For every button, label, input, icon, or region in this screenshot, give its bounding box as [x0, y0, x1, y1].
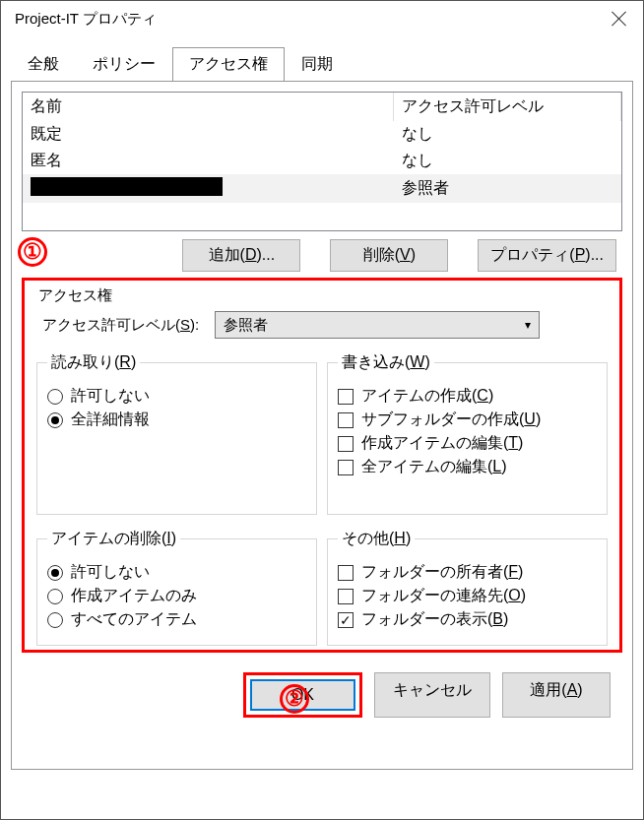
- write-create-items[interactable]: アイテムの作成(C): [338, 386, 597, 407]
- option-label: 全アイテムの編集(L): [361, 457, 507, 477]
- table-row[interactable]: 参照者: [23, 174, 621, 203]
- option-label: 全詳細情報: [71, 410, 150, 430]
- tab-policy[interactable]: ポリシー: [76, 47, 172, 82]
- tab-strip: 全般 ポリシー アクセス権 同期: [1, 34, 643, 81]
- delete-legend: アイテムの削除(I): [47, 529, 180, 549]
- option-label: フォルダーの連絡先(O): [361, 586, 526, 606]
- permission-level-label: アクセス許可レベル(S):: [42, 316, 199, 335]
- tab-permissions[interactable]: アクセス権: [172, 47, 285, 82]
- radio-icon: [47, 589, 63, 604]
- option-label: すべてのアイテム: [71, 609, 197, 630]
- checkbox-icon: [338, 436, 354, 452]
- cell-level: なし: [394, 148, 621, 174]
- close-icon[interactable]: [610, 9, 629, 29]
- read-legend: 読み取り(R): [47, 352, 140, 373]
- permissions-table[interactable]: 名前 アクセス許可レベル 既定 なし 匿名 なし 参照者: [22, 92, 622, 231]
- checkbox-icon: [338, 460, 354, 475]
- table-row[interactable]: 既定 なし: [23, 121, 621, 148]
- annotation-1: ①: [18, 237, 47, 267]
- permissions-group-label: アクセス権: [38, 286, 612, 305]
- other-folder-visible[interactable]: ✓ フォルダーの表示(B): [338, 609, 597, 630]
- highlighted-permissions-area: アクセス権 アクセス許可レベル(S): 参照者 ▾ 読み取り(R) 許可しない: [22, 278, 622, 653]
- write-edit-all[interactable]: 全アイテムの編集(L): [338, 457, 597, 477]
- permission-level-value: 参照者: [224, 316, 268, 335]
- col-level[interactable]: アクセス許可レベル: [394, 93, 621, 121]
- checkbox-icon: [338, 565, 354, 581]
- option-label: フォルダーの所有者(F): [361, 562, 523, 583]
- cell-level: 参照者: [394, 174, 621, 203]
- chevron-down-icon: ▾: [525, 319, 531, 331]
- delete-option-none[interactable]: 許可しない: [47, 562, 306, 583]
- window-title: Project-IT プロパティ: [15, 10, 157, 29]
- table-row[interactable]: 匿名 なし: [23, 148, 621, 174]
- radio-icon: [47, 565, 63, 581]
- other-folder-contact[interactable]: フォルダーの連絡先(O): [338, 586, 597, 606]
- delete-option-own[interactable]: 作成アイテムのみ: [47, 586, 306, 606]
- option-label: 許可しない: [71, 562, 150, 583]
- option-label: フォルダーの表示(B): [361, 609, 508, 630]
- annotation-2: ②: [280, 684, 309, 714]
- radio-icon: [47, 612, 63, 628]
- properties-button[interactable]: プロパティ(P)...: [478, 239, 616, 272]
- other-group: その他(H) フォルダーの所有者(F) フォルダーの連絡先(O) ✓ フォルダー…: [327, 529, 608, 646]
- option-label: 作成アイテムの編集(T): [361, 433, 523, 454]
- option-label: サブフォルダーの作成(U): [361, 410, 541, 430]
- cancel-button[interactable]: キャンセル: [374, 672, 490, 718]
- radio-icon: [47, 412, 63, 428]
- add-button[interactable]: 追加(D)...: [182, 239, 300, 272]
- read-option-none[interactable]: 許可しない: [47, 386, 306, 407]
- checkbox-icon: [338, 589, 354, 604]
- write-edit-own[interactable]: 作成アイテムの編集(T): [338, 433, 597, 454]
- radio-icon: [47, 389, 63, 405]
- col-name[interactable]: 名前: [23, 93, 394, 121]
- option-label: アイテムの作成(C): [361, 386, 493, 407]
- write-create-subfolders[interactable]: サブフォルダーの作成(U): [338, 410, 597, 430]
- option-label: 許可しない: [71, 386, 150, 407]
- cell-name: 匿名: [23, 148, 394, 174]
- write-legend: 書き込み(W): [338, 352, 434, 373]
- remove-button[interactable]: 削除(V): [330, 239, 448, 272]
- cell-name: [23, 174, 394, 203]
- checkbox-icon: [338, 412, 354, 428]
- checkbox-icon: [338, 389, 354, 405]
- cell-name: 既定: [23, 121, 394, 148]
- apply-button[interactable]: 適用(A): [502, 672, 611, 718]
- redacted-name: [31, 177, 223, 196]
- option-label: 作成アイテムのみ: [71, 586, 197, 606]
- read-group: 読み取り(R) 許可しない 全詳細情報: [36, 352, 317, 515]
- tab-general[interactable]: 全般: [11, 47, 76, 82]
- delete-group: アイテムの削除(I) 許可しない 作成アイテムのみ すべてのアイテム: [36, 529, 317, 646]
- other-folder-owner[interactable]: フォルダーの所有者(F): [338, 562, 597, 583]
- write-group: 書き込み(W) アイテムの作成(C) サブフォルダーの作成(U) 作成アイテムの…: [327, 352, 608, 515]
- delete-option-all[interactable]: すべてのアイテム: [47, 609, 306, 630]
- permission-level-select[interactable]: 参照者 ▾: [215, 311, 540, 339]
- other-legend: その他(H): [338, 529, 415, 549]
- tab-panel-permissions: 名前 アクセス許可レベル 既定 なし 匿名 なし 参照者: [11, 81, 633, 770]
- cell-level: なし: [394, 121, 621, 148]
- read-option-fulldetails[interactable]: 全詳細情報: [47, 410, 306, 430]
- tab-sync[interactable]: 同期: [285, 47, 350, 82]
- checkbox-icon: ✓: [338, 612, 354, 628]
